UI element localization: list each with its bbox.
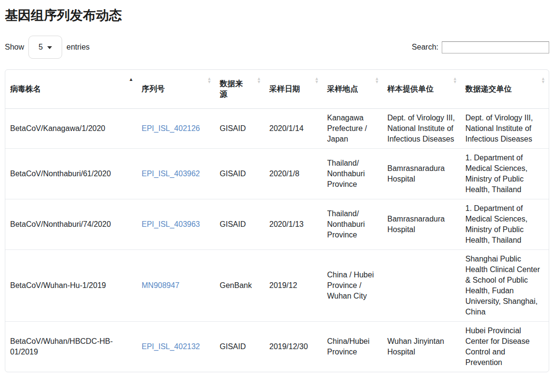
provider-cell: Wuhan Jinyintan Hospital bbox=[383, 322, 461, 372]
accession-cell: EPI_ISL_402132 bbox=[137, 322, 215, 372]
date-cell: 2020/1/14 bbox=[264, 109, 322, 149]
accession-cell: EPI_ISL_402126 bbox=[137, 109, 215, 149]
source-cell: GISAID bbox=[215, 322, 264, 372]
page-size-value: 5 bbox=[39, 43, 43, 52]
strain-cell: BetaCoV/Wuhan/HBCDC-HB-01/2019 bbox=[5, 322, 137, 372]
submitter-cell: 1. Department of Medical Sciences, Minis… bbox=[461, 199, 549, 250]
submitter-cell: Hubei Provincial Center for Disease Cont… bbox=[461, 322, 549, 372]
accession-link[interactable]: EPI_ISL_403963 bbox=[142, 220, 200, 228]
source-cell: GISAID bbox=[215, 109, 264, 149]
strain-cell: BetaCoV/Nonthaburi/61/2020 bbox=[5, 149, 137, 199]
location-cell: China / Hubei Province / Wuhan City bbox=[322, 250, 383, 322]
entries-label: entries bbox=[66, 43, 90, 52]
column-header-label: 采样日期 bbox=[269, 85, 300, 93]
strain-cell: BetaCoV/Wuhan-Hu-1/2019 bbox=[5, 250, 137, 322]
submitter-cell: 1. Department of Medical Sciences, Minis… bbox=[461, 149, 549, 199]
provider-cell: Bamrasnaradura Hospital bbox=[383, 149, 461, 199]
date-cell: 2019/12/30 bbox=[264, 322, 322, 372]
location-cell: Thailand/ Nonthaburi Province bbox=[322, 149, 383, 199]
column-header-label: 序列号 bbox=[142, 85, 165, 93]
show-label: Show bbox=[5, 43, 24, 52]
accession-cell: EPI_ISL_403962 bbox=[137, 149, 215, 199]
column-header-sample-location[interactable]: 采样地点 ▲▼ bbox=[322, 70, 383, 109]
search-control: Search: bbox=[412, 41, 549, 53]
column-header-provider[interactable]: 样本提供单位 ▲▼ bbox=[383, 70, 461, 109]
table-row: BetaCoV/Nonthaburi/74/2020 EPI_ISL_40396… bbox=[5, 199, 549, 250]
sort-icon: ▲▼ bbox=[207, 77, 211, 84]
table-row: BetaCoV/Kanagawa/1/2020 EPI_ISL_402126 G… bbox=[5, 109, 549, 149]
page-container: 基因组序列发布动态 Show 5 entries Search: 病毒株名 bbox=[0, 0, 554, 377]
column-header-label: 数据递交单位 bbox=[465, 85, 512, 93]
column-header-sample-date[interactable]: 采样日期 ▲▼ bbox=[264, 70, 322, 109]
location-cell: Thailand/ Nonthaburi Province bbox=[322, 199, 383, 250]
page-title: 基因组序列发布动态 bbox=[5, 7, 549, 24]
date-cell: 2020/1/8 bbox=[264, 149, 322, 199]
chevron-down-icon bbox=[47, 46, 52, 49]
provider-cell: Dept. of Virology III, National Institut… bbox=[383, 109, 461, 149]
accession-link[interactable]: EPI_ISL_402126 bbox=[142, 124, 200, 132]
provider-cell: Bamrasnaradura Hospital bbox=[383, 199, 461, 250]
sort-icon: ▲▼ bbox=[257, 77, 261, 84]
search-input[interactable] bbox=[442, 41, 549, 53]
accession-cell: MN908947 bbox=[137, 250, 215, 322]
sort-ascending-icon: ▲ bbox=[129, 77, 133, 82]
page-length-control: Show 5 entries bbox=[5, 36, 90, 59]
table-controls: Show 5 entries Search: bbox=[5, 36, 549, 59]
column-header-strain[interactable]: 病毒株名 ▲ bbox=[5, 70, 137, 109]
accession-link[interactable]: EPI_ISL_403962 bbox=[142, 170, 200, 178]
source-cell: GISAID bbox=[215, 199, 264, 250]
search-label: Search: bbox=[412, 43, 438, 52]
header-row: 病毒株名 ▲ 序列号 ▲▼ 数据来源 ▲▼ 采样日期 ▲▼ bbox=[5, 70, 549, 109]
column-header-label: 样本提供单位 bbox=[387, 85, 434, 93]
submitter-cell: Shanghai Public Health Clinical Center &… bbox=[461, 250, 549, 322]
table-row: BetaCoV/Nonthaburi/61/2020 EPI_ISL_40396… bbox=[5, 149, 549, 199]
column-header-accession[interactable]: 序列号 ▲▼ bbox=[137, 70, 215, 109]
accession-cell: EPI_ISL_403963 bbox=[137, 199, 215, 250]
sort-icon: ▲▼ bbox=[453, 77, 457, 84]
column-header-source[interactable]: 数据来源 ▲▼ bbox=[215, 70, 264, 109]
accession-link[interactable]: MN908947 bbox=[142, 281, 179, 289]
strain-cell: BetaCoV/Kanagawa/1/2020 bbox=[5, 109, 137, 149]
submitter-cell: Dept. of Virology III, National Institut… bbox=[461, 109, 549, 149]
data-table-container: 病毒株名 ▲ 序列号 ▲▼ 数据来源 ▲▼ 采样日期 ▲▼ bbox=[5, 69, 549, 372]
location-cell: Kanagawa Prefecture / Japan bbox=[322, 109, 383, 149]
accession-link[interactable]: EPI_ISL_402132 bbox=[142, 342, 200, 351]
column-header-label: 采样地点 bbox=[327, 85, 358, 93]
genome-sequence-table: 病毒株名 ▲ 序列号 ▲▼ 数据来源 ▲▼ 采样日期 ▲▼ bbox=[5, 70, 549, 372]
column-header-label: 病毒株名 bbox=[10, 85, 41, 93]
column-header-submitter[interactable]: 数据递交单位 ▲▼ bbox=[461, 70, 549, 109]
date-cell: 2019/12 bbox=[264, 250, 322, 322]
location-cell: China/Hubei Province bbox=[322, 322, 383, 372]
provider-cell bbox=[383, 250, 461, 322]
date-cell: 2020/1/13 bbox=[264, 199, 322, 250]
table-row: BetaCoV/Wuhan/HBCDC-HB-01/2019 EPI_ISL_4… bbox=[5, 322, 549, 372]
strain-cell: BetaCoV/Nonthaburi/74/2020 bbox=[5, 199, 137, 250]
table-row: BetaCoV/Wuhan-Hu-1/2019 MN908947 GenBank… bbox=[5, 250, 549, 322]
source-cell: GISAID bbox=[215, 149, 264, 199]
sort-icon: ▲▼ bbox=[315, 77, 319, 84]
sort-icon: ▲▼ bbox=[375, 77, 379, 84]
source-cell: GenBank bbox=[215, 250, 264, 322]
sort-icon: ▲▼ bbox=[541, 77, 545, 84]
column-header-label: 数据来源 bbox=[220, 79, 243, 98]
page-size-select[interactable]: 5 bbox=[28, 36, 62, 59]
